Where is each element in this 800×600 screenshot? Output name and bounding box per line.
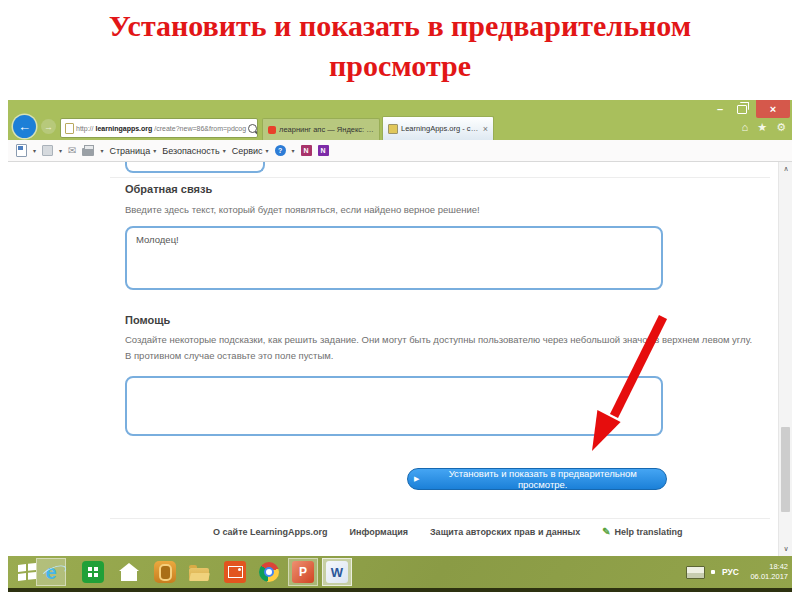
taskbar-powerpoint[interactable]: P [288, 558, 318, 586]
url-path: /create?new=86&from=pdcog [154, 125, 246, 132]
address-tools: ▾ ↻ [248, 122, 258, 134]
taskbar-internet-explorer[interactable]: e [36, 558, 66, 586]
menu-security-label: Безопасность [162, 146, 219, 156]
send-to-onenote-icon[interactable]: N [301, 145, 312, 156]
chevron-down-icon: ▾ [266, 147, 269, 154]
menu-page[interactable]: Страница ▾ [109, 146, 156, 156]
clock-time: 18:42 [769, 562, 788, 571]
address-bar[interactable]: http://learningapps.org/create?new=86&fr… [60, 118, 258, 138]
help-icon[interactable]: ? [275, 145, 286, 156]
close-button[interactable]: × [756, 100, 790, 118]
language-label: РУС [722, 567, 739, 577]
chevron-down-icon[interactable]: ▾ [59, 147, 62, 154]
tab-learningapps-active[interactable]: LearningApps.org - создан... × [382, 116, 494, 140]
windows-taskbar: e P W [8, 556, 792, 588]
browser-titlebar: – × ← → http://learningapps.org/create?n… [8, 100, 792, 140]
footer-translate-label: Help translating [615, 527, 683, 537]
internet-explorer-icon: e [45, 562, 56, 582]
footer-link-about[interactable]: О сайте LearningApps.org [213, 527, 328, 537]
feedback-description: Введите здесь текст, который будет появл… [125, 204, 480, 215]
chrome-icon [259, 562, 279, 582]
home-page-icon[interactable] [16, 144, 27, 157]
menu-security[interactable]: Безопасность ▾ [162, 146, 225, 156]
tab-label: леарнинг апс — Яндекс: наш... [279, 125, 374, 134]
previous-field-cutoff [125, 162, 265, 173]
url-prefix: http:// [76, 125, 94, 132]
ie-command-bar: ▾ ▾ ✉ ▾ Страница ▾ Безопасность ▾ Сервис… [8, 140, 792, 162]
yandex-favicon [268, 126, 276, 134]
folder-icon [189, 568, 209, 581]
taskbar-home-app[interactable] [114, 558, 144, 586]
footer-link-info[interactable]: Информация [350, 527, 408, 537]
learningapps-favicon [388, 124, 398, 134]
footer-divider [110, 518, 770, 519]
chevron-down-icon[interactable]: ▾ [292, 147, 295, 154]
scroll-down-arrow[interactable]: ∨ [779, 543, 793, 555]
hidden-icons-dot [711, 570, 715, 574]
taskbar-chrome[interactable] [254, 558, 284, 586]
menu-page-label: Страница [109, 146, 150, 156]
language-indicator[interactable]: РУС [722, 556, 739, 588]
minimize-button[interactable]: – [710, 101, 730, 117]
taskbar-store[interactable] [78, 558, 108, 586]
scrollbar-thumb[interactable] [781, 427, 790, 512]
chevron-down-icon: ▾ [223, 147, 226, 154]
tab-yandex-search[interactable]: леарнинг апс — Яндекс: наш... [262, 118, 380, 140]
site-favicon [65, 123, 74, 134]
windows-logo-icon [18, 563, 36, 580]
back-button[interactable]: ← [13, 115, 36, 138]
chevron-down-icon[interactable]: ▾ [33, 147, 36, 154]
chevron-down-icon: ▾ [153, 147, 156, 154]
store-icon [82, 561, 104, 583]
menu-tools-label: Сервис [232, 146, 263, 156]
tab-close-icon[interactable]: × [483, 124, 488, 134]
feedback-textarea[interactable]: Молодец! [125, 226, 663, 290]
scroll-up-arrow[interactable]: ∧ [779, 163, 793, 175]
feedback-heading: Обратная связь [125, 183, 212, 195]
keyboard-icon [686, 566, 705, 579]
read-mail-icon[interactable]: ✉ [68, 146, 76, 156]
touch-keyboard-button[interactable] [686, 556, 705, 588]
clock-date: 06.01.2017 [750, 572, 788, 581]
tab-label: LearningApps.org - создан... [401, 124, 480, 133]
amber-app-icon [154, 561, 176, 583]
vertical-scrollbar[interactable]: ∧ ∨ [778, 162, 792, 556]
install-preview-button[interactable]: ▶ Установить и показать в предварительно… [407, 468, 667, 490]
home-icon[interactable]: ⌂ [742, 122, 749, 133]
browser-screenshot: – × ← → http://learningapps.org/create?n… [8, 100, 792, 592]
show-hidden-icons[interactable] [711, 556, 715, 588]
menu-tools[interactable]: Сервис ▾ [232, 146, 269, 156]
print-icon[interactable] [82, 148, 94, 156]
powerpoint-icon: P [292, 561, 314, 583]
forward-button[interactable]: → [41, 119, 56, 134]
search-icon[interactable] [248, 124, 257, 133]
footer-link-translate[interactable]: ✎ Help translating [602, 526, 682, 537]
onenote-linked-notes-icon[interactable]: N [318, 145, 329, 156]
clock-text: 18:42 06.01.2017 [750, 562, 788, 582]
screenshot-bottom-edge [8, 588, 792, 592]
taskbar-clock[interactable]: 18:42 06.01.2017 [746, 556, 788, 588]
word-icon: W [326, 561, 348, 583]
presentation-slide: Установить и показать в предварительном … [0, 0, 800, 600]
taskbar-file-explorer[interactable] [184, 558, 214, 586]
chevron-down-icon[interactable]: ▾ [100, 147, 103, 154]
browser-action-icons: ⌂ ★ ⚙ [742, 122, 786, 133]
feeds-icon[interactable] [42, 145, 53, 156]
taskbar-amber-app[interactable] [150, 558, 180, 586]
taskbar-word[interactable]: W [322, 558, 352, 586]
slide-title: Установить и показать в предварительном … [80, 6, 720, 85]
settings-gear-icon[interactable]: ⚙ [776, 122, 786, 133]
restore-button[interactable] [732, 101, 752, 117]
help-description-line1: Создайте некоторые подсказки, как решить… [125, 334, 752, 345]
play-icon: ▶ [414, 475, 419, 483]
favorites-star-icon[interactable]: ★ [757, 122, 767, 133]
help-textarea[interactable] [125, 376, 663, 436]
install-preview-label: Установить и показать в предварительном … [425, 468, 660, 490]
footer-link-copyright[interactable]: Защита авторских прав и данных [430, 527, 580, 537]
photos-icon [224, 561, 246, 583]
restore-icon [737, 105, 747, 114]
taskbar-photos[interactable] [220, 558, 250, 586]
help-heading: Помощь [125, 314, 170, 326]
pencil-icon: ✎ [602, 526, 610, 537]
help-description-line2: В противном случае оставьте это поле пус… [125, 350, 333, 361]
